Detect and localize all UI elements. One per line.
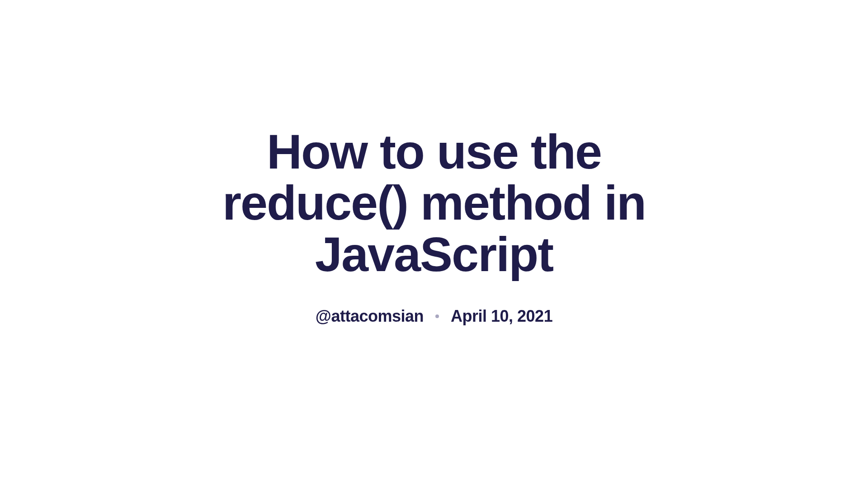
article-meta: @attacomsian April 10, 2021 [316, 307, 552, 326]
publish-date: April 10, 2021 [451, 307, 552, 326]
article-title: How to use the reduce() method in JavaSc… [185, 126, 683, 280]
separator-dot [435, 314, 439, 318]
author-handle[interactable]: @attacomsian [316, 307, 424, 326]
